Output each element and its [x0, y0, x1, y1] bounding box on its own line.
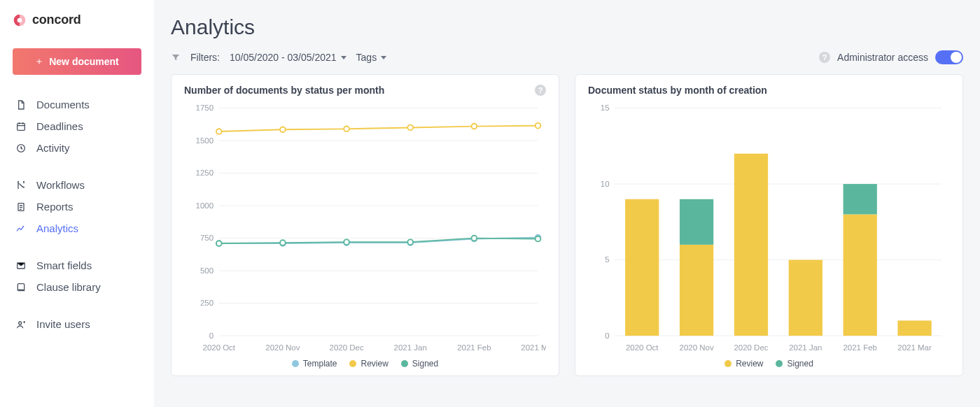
- svg-point-7: [19, 322, 22, 324]
- logo-icon: [13, 13, 27, 27]
- svg-text:500: 500: [200, 266, 214, 275]
- sidebar-item-activity[interactable]: Activity: [8, 138, 146, 158]
- sidebar-item-label: Clause library: [36, 281, 101, 293]
- legend-label: Signed: [412, 359, 438, 369]
- help-icon[interactable]: ?: [535, 85, 546, 96]
- sidebar-item-invite-users[interactable]: Invite users: [8, 314, 146, 334]
- sidebar-item-workflows[interactable]: Workflows: [8, 175, 146, 195]
- plus-icon: [35, 57, 43, 66]
- svg-rect-0: [18, 123, 25, 130]
- svg-text:2020 Oct: 2020 Oct: [626, 343, 659, 352]
- svg-point-41: [536, 123, 541, 129]
- main: Analytics Filters: 10/05/2020 - 03/05/20…: [154, 0, 980, 407]
- svg-point-44: [344, 239, 349, 245]
- legend-label: Review: [360, 359, 388, 369]
- svg-rect-68: [897, 320, 931, 336]
- help-icon[interactable]: ?: [819, 52, 830, 63]
- filter-icon: [171, 52, 181, 62]
- svg-rect-61: [734, 154, 768, 336]
- legend-item[interactable]: Review: [724, 359, 763, 369]
- svg-text:2021 Feb: 2021 Feb: [843, 343, 876, 352]
- new-document-button[interactable]: New document: [13, 48, 141, 75]
- svg-point-46: [472, 236, 477, 241]
- legend-swatch: [724, 360, 732, 367]
- smart-fields-icon: [15, 260, 27, 271]
- logo: concord: [13, 13, 146, 27]
- svg-point-40: [472, 124, 477, 129]
- svg-text:2021 Jan: 2021 Jan: [789, 343, 822, 352]
- sidebar-item-label: Smart fields: [36, 259, 92, 271]
- sidebar-item-label: Deadlines: [36, 120, 83, 132]
- clock-icon: [15, 143, 27, 154]
- line-chart: 025050075010001250150017502020 Oct2020 N…: [184, 101, 546, 356]
- legend-swatch: [401, 360, 408, 367]
- brand-name: concord: [32, 13, 81, 27]
- svg-text:1000: 1000: [196, 201, 214, 210]
- svg-point-37: [280, 127, 286, 132]
- svg-text:2021 Mar: 2021 Mar: [521, 343, 546, 352]
- svg-text:10: 10: [601, 180, 610, 188]
- card-title: Document status by month of creation: [588, 85, 767, 96]
- sidebar-item-smart-fields[interactable]: Smart fields: [8, 255, 146, 276]
- invite-icon: [15, 319, 27, 330]
- sidebar-item-documents[interactable]: Documents: [8, 94, 146, 115]
- svg-point-42: [216, 241, 222, 246]
- legend-swatch: [349, 360, 356, 367]
- chevron-down-icon: [341, 56, 346, 59]
- sidebar-item-label: Documents: [36, 99, 90, 110]
- svg-text:5: 5: [605, 255, 609, 264]
- svg-rect-56: [625, 199, 659, 336]
- svg-rect-58: [680, 245, 713, 336]
- svg-text:2020 Nov: 2020 Nov: [265, 343, 300, 352]
- svg-text:250: 250: [200, 299, 214, 307]
- svg-point-4: [23, 186, 24, 187]
- sidebar-item-deadlines[interactable]: Deadlines: [8, 116, 146, 136]
- svg-rect-66: [844, 184, 877, 214]
- card-status-by-month: Document status by month of creation 051…: [575, 74, 963, 376]
- sidebar-item-label: Workflows: [36, 179, 85, 191]
- svg-text:2020 Dec: 2020 Dec: [734, 343, 768, 352]
- svg-text:15: 15: [601, 103, 610, 112]
- calendar-icon: [15, 121, 27, 132]
- svg-text:1250: 1250: [196, 169, 214, 177]
- legend-label: Signed: [787, 359, 813, 369]
- admin-access: ? Administrator access: [819, 50, 963, 64]
- nav: Documents Deadlines Activity Workflows: [8, 94, 146, 348]
- legend-item[interactable]: Signed: [776, 359, 813, 369]
- chevron-down-icon: [381, 56, 386, 59]
- svg-text:750: 750: [200, 234, 214, 242]
- clipboard-icon: [15, 201, 27, 213]
- svg-text:2021 Mar: 2021 Mar: [897, 343, 932, 352]
- sidebar-item-reports[interactable]: Reports: [8, 197, 146, 217]
- svg-rect-65: [844, 214, 877, 336]
- svg-point-43: [280, 240, 286, 245]
- legend-item[interactable]: Template: [292, 359, 337, 369]
- card-docs-by-status: Number of documents by status per month …: [171, 74, 559, 376]
- admin-label: Administrator access: [837, 52, 928, 63]
- sidebar-item-label: Reports: [36, 201, 74, 213]
- chart-line-icon: [15, 223, 27, 234]
- bar-chart: 0510152020 Oct2020 Nov2020 Dec2021 Jan20…: [588, 101, 950, 356]
- svg-text:1500: 1500: [196, 136, 214, 145]
- legend-item[interactable]: Review: [349, 359, 388, 369]
- legend-label: Template: [303, 359, 337, 369]
- svg-text:2020 Dec: 2020 Dec: [330, 343, 364, 352]
- card-title: Number of documents by status per month: [184, 85, 384, 96]
- legend-item[interactable]: Signed: [401, 359, 438, 369]
- sidebar-item-analytics[interactable]: Analytics: [8, 218, 146, 238]
- sidebar-item-clause-library[interactable]: Clause library: [8, 277, 146, 297]
- sidebar: concord New document Documents Deadlines…: [0, 0, 154, 407]
- svg-text:2020 Nov: 2020 Nov: [680, 343, 714, 352]
- svg-rect-59: [680, 199, 713, 245]
- date-range-filter[interactable]: 10/05/2020 - 03/05/2021: [230, 52, 346, 63]
- svg-point-47: [536, 236, 541, 242]
- admin-toggle[interactable]: [935, 50, 963, 64]
- legend-label: Review: [736, 359, 763, 369]
- file-icon: [15, 99, 27, 110]
- svg-point-36: [216, 129, 222, 134]
- library-icon: [15, 282, 27, 293]
- svg-point-45: [407, 239, 413, 245]
- tags-filter[interactable]: Tags: [356, 52, 387, 63]
- svg-text:0: 0: [209, 331, 214, 340]
- svg-point-3: [23, 180, 24, 182]
